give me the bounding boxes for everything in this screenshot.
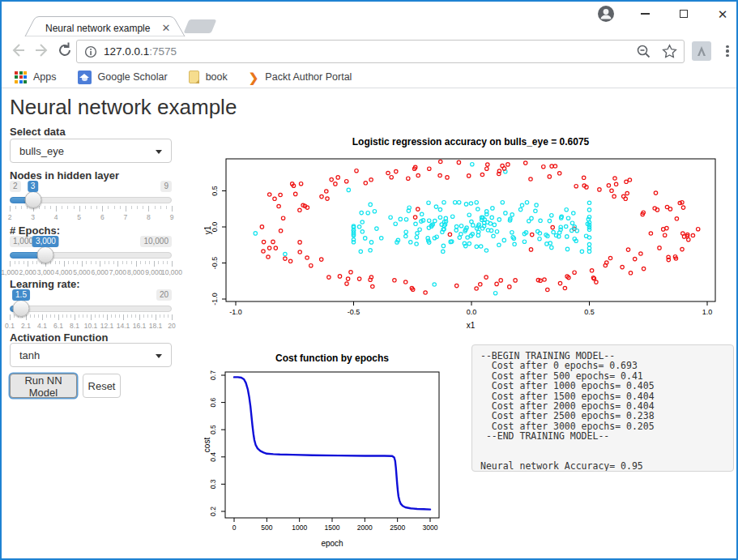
svg-text:0: 0 bbox=[232, 524, 237, 532]
new-tab-button[interactable] bbox=[184, 19, 217, 33]
browser-tab[interactable]: Neural network example ✕ bbox=[39, 22, 160, 34]
forward-icon[interactable] bbox=[32, 41, 52, 60]
svg-text:0.5: 0.5 bbox=[211, 186, 219, 196]
svg-text:0.7: 0.7 bbox=[209, 370, 217, 380]
bookmark-packt[interactable]: ❯ Packt Author Portal bbox=[249, 71, 352, 83]
activation-function-dropdown[interactable]: tanh bbox=[10, 343, 172, 367]
activation-function-label: Activation Function bbox=[10, 331, 108, 344]
slider-value-badge: 3 bbox=[28, 181, 39, 192]
pdf-extension-icon[interactable] bbox=[692, 41, 711, 61]
nodes-slider-label: Nodes in hidden layer bbox=[10, 169, 119, 182]
chevron-down-icon bbox=[156, 150, 162, 154]
address-bar[interactable]: 127.0.0.1:7575 bbox=[76, 40, 685, 63]
svg-text:epoch: epoch bbox=[321, 539, 343, 548]
menu-icon[interactable] bbox=[722, 43, 733, 59]
svg-text:0.4: 0.4 bbox=[209, 452, 217, 462]
slider-handle[interactable] bbox=[13, 300, 30, 317]
reload-icon[interactable] bbox=[55, 41, 75, 60]
slider-min-label: 2 bbox=[10, 181, 21, 192]
bookmark-star-icon[interactable] bbox=[662, 44, 677, 59]
slider-grid: 0.12.14.16.18.110.112.114.116.118.120 bbox=[10, 314, 172, 331]
run-nn-model-button[interactable]: Run NN Model bbox=[10, 374, 77, 398]
svg-text:0.0: 0.0 bbox=[467, 308, 477, 316]
svg-text:Logistic regression accuracy o: Logistic regression accuracy on bulls_ey… bbox=[352, 136, 590, 147]
close-button[interactable]: ✕ bbox=[714, 5, 732, 23]
svg-text:Cost function by epochs: Cost function by epochs bbox=[275, 353, 389, 364]
svg-text:1500: 1500 bbox=[325, 524, 340, 532]
select-data-value: bulls_eye bbox=[19, 145, 64, 157]
svg-text:2000: 2000 bbox=[357, 524, 373, 532]
svg-text:-0.5: -0.5 bbox=[348, 308, 360, 316]
slider-grid: 23456789 bbox=[10, 206, 172, 222]
svg-text:-0.5: -0.5 bbox=[211, 257, 219, 270]
svg-text:cost: cost bbox=[204, 438, 211, 453]
slider-handle[interactable] bbox=[24, 191, 41, 208]
svg-text:0.2: 0.2 bbox=[209, 507, 217, 516]
browser-toolbar: 127.0.0.1:7575 bbox=[2, 36, 736, 66]
svg-text:0.5: 0.5 bbox=[584, 308, 595, 316]
bookmark-label: Apps bbox=[33, 71, 57, 83]
page-info-icon[interactable] bbox=[84, 45, 97, 58]
browser-window: Neural network example ✕ ✕ bbox=[0, 0, 738, 560]
slider-track bbox=[10, 306, 172, 312]
learning-rate-slider[interactable]: 201.50.12.14.16.18.110.112.114.116.118.1… bbox=[10, 289, 172, 331]
svg-text:0.6: 0.6 bbox=[209, 397, 217, 407]
chevron-down-icon bbox=[156, 354, 162, 358]
epochs-slider[interactable]: 1,00010,0003,0001,0002,0003,0004,0005,00… bbox=[10, 236, 172, 278]
bookmarks-bar: Apps Google Scholar book ❯ Packt Author … bbox=[2, 66, 736, 88]
training-log-output: --BEGIN TRAINING MODEL-- Cost after 0 ep… bbox=[471, 344, 734, 472]
profile-avatar-icon[interactable] bbox=[597, 5, 615, 23]
apps-grid-icon bbox=[15, 71, 27, 83]
reset-button[interactable]: Reset bbox=[83, 374, 121, 398]
back-icon[interactable] bbox=[8, 41, 28, 60]
slider-max-label: 10,000 bbox=[140, 236, 172, 247]
cost-plot: Cost function by epochs05001000150020002… bbox=[204, 349, 459, 558]
tab-close-icon[interactable]: ✕ bbox=[161, 22, 170, 34]
bookmark-book[interactable]: book bbox=[189, 71, 228, 83]
svg-text:1000: 1000 bbox=[292, 524, 307, 532]
svg-text:-1.0: -1.0 bbox=[211, 293, 219, 306]
svg-text:1.0: 1.0 bbox=[702, 308, 713, 316]
shiny-app-page: Neural network example Select data bulls… bbox=[2, 88, 736, 560]
tab-title: Neural network example bbox=[45, 23, 150, 34]
svg-text:y1: y1 bbox=[204, 225, 212, 234]
bookmark-apps[interactable]: Apps bbox=[15, 71, 57, 83]
google-scholar-icon bbox=[78, 71, 92, 84]
scatter-plot: Logistic regression accuracy on bulls_ey… bbox=[204, 130, 729, 335]
activation-function-value: tanh bbox=[19, 349, 40, 361]
select-data-dropdown[interactable]: bulls_eye bbox=[10, 139, 172, 163]
maximize-button[interactable] bbox=[675, 5, 693, 23]
slider-value-badge: 1.5 bbox=[12, 289, 30, 301]
zoom-out-page-icon[interactable] bbox=[636, 44, 651, 59]
bookmark-google-scholar[interactable]: Google Scholar bbox=[78, 71, 168, 84]
svg-text:-1.0: -1.0 bbox=[229, 308, 242, 316]
nodes-slider[interactable]: 29323456789 bbox=[10, 181, 172, 223]
svg-text:2500: 2500 bbox=[390, 524, 405, 532]
slider-max-label: 20 bbox=[156, 289, 172, 301]
slider-handle[interactable] bbox=[37, 246, 54, 263]
learning-rate-slider-label: Learning rate: bbox=[10, 278, 80, 290]
bookmark-label: book bbox=[206, 71, 228, 83]
book-icon bbox=[189, 71, 199, 83]
select-data-label: Select data bbox=[10, 126, 66, 138]
bookmark-label: Google Scholar bbox=[98, 71, 168, 83]
svg-text:3000: 3000 bbox=[423, 524, 438, 532]
slider-grid: 1,0002,0003,0004,0005,0006,0007,0008,000… bbox=[10, 261, 172, 277]
slider-max-label: 9 bbox=[160, 181, 172, 192]
minimize-button[interactable] bbox=[636, 5, 654, 23]
svg-text:0.5: 0.5 bbox=[209, 425, 217, 434]
packt-chevron-icon: ❯ bbox=[249, 71, 259, 83]
svg-text:0.3: 0.3 bbox=[209, 479, 217, 489]
slider-value-badge: 3,000 bbox=[32, 236, 59, 247]
svg-text:500: 500 bbox=[261, 524, 272, 532]
browser-titlebar: Neural network example ✕ ✕ bbox=[2, 2, 736, 36]
epochs-slider-label: # Epochs: bbox=[10, 224, 60, 237]
page-title: Neural network example bbox=[10, 95, 237, 120]
bookmark-label: Packt Author Portal bbox=[265, 71, 352, 83]
url-text[interactable]: 127.0.0.1:7575 bbox=[104, 45, 177, 58]
svg-text:x1: x1 bbox=[467, 321, 476, 330]
